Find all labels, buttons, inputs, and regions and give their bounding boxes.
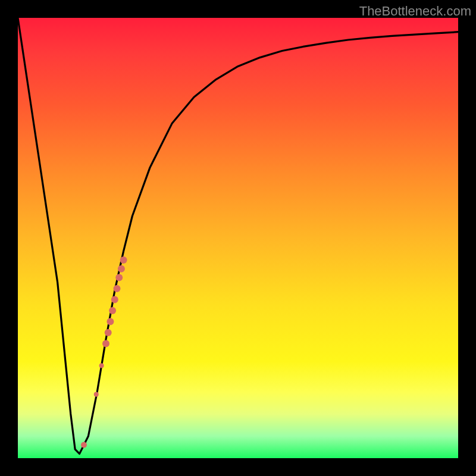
data-marker [111, 296, 118, 303]
data-marker [118, 265, 125, 273]
chart-frame: TheBottleneck.com [0, 0, 476, 476]
data-marker [99, 364, 104, 368]
plot-area [18, 18, 458, 458]
curve-layer [18, 18, 458, 458]
data-marker [81, 442, 87, 448]
data-marker [120, 256, 127, 264]
data-marker [102, 340, 109, 347]
data-marker [109, 307, 116, 314]
data-marker [105, 329, 112, 336]
data-marker [115, 274, 123, 281]
data-marker [114, 285, 121, 292]
watermark-text: TheBottleneck.com [359, 4, 471, 19]
data-marker [94, 392, 99, 397]
data-marker [107, 318, 114, 325]
bottleneck-curve [18, 18, 458, 454]
